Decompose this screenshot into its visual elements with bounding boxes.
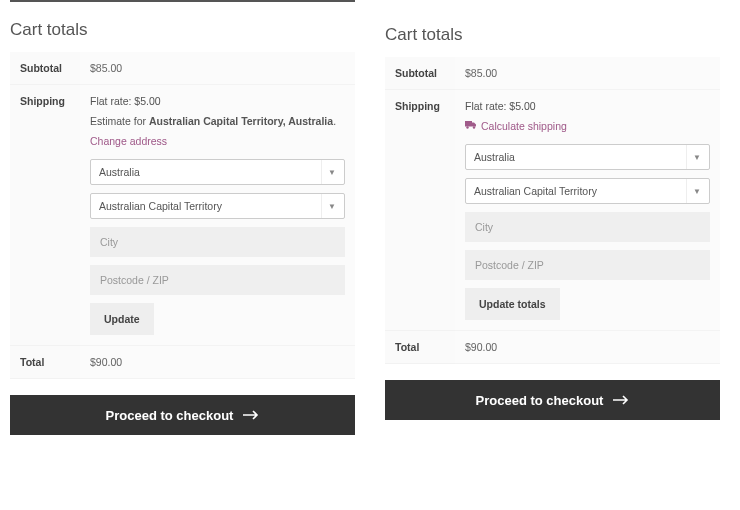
subtotal-row: Subtotal $85.00 (10, 52, 355, 85)
divider (10, 0, 355, 2)
shipping-label: Shipping (10, 85, 80, 346)
subtotal-value: $85.00 (455, 57, 720, 90)
cart-panel-left: Cart totals Subtotal $85.00 Shipping Fla… (10, 0, 355, 510)
subtotal-value: $85.00 (80, 52, 355, 85)
shipping-calculator-form: Australia ▼ Australian Capital Territory… (465, 144, 710, 320)
totals-table: Subtotal $85.00 Shipping Flat rate: $5.0… (10, 52, 355, 379)
city-input[interactable] (465, 212, 710, 242)
state-select[interactable]: Australian Capital Territory ▼ (90, 193, 345, 219)
cart-totals-heading: Cart totals (10, 20, 355, 40)
proceed-to-checkout-button[interactable]: Proceed to checkout (10, 395, 355, 435)
shipping-label: Shipping (385, 90, 455, 331)
total-row: Total $90.00 (10, 346, 355, 379)
subtotal-row: Subtotal $85.00 (385, 57, 720, 90)
flat-rate-text: Flat rate: $5.00 (465, 100, 710, 112)
truck-icon (465, 120, 477, 132)
arrow-right-icon (243, 408, 259, 423)
chevron-down-icon: ▼ (686, 179, 701, 203)
shipping-row: Shipping Flat rate: $5.00 Estimate for A… (10, 85, 355, 346)
estimate-text: Estimate for Australian Capital Territor… (90, 115, 345, 127)
subtotal-label: Subtotal (10, 52, 80, 85)
estimate-location: Australian Capital Territory, Australia (149, 115, 333, 127)
proceed-to-checkout-button[interactable]: Proceed to checkout (385, 380, 720, 420)
city-input[interactable] (90, 227, 345, 257)
postcode-input[interactable] (90, 265, 345, 295)
country-value: Australia (99, 166, 140, 178)
country-select[interactable]: Australia ▼ (90, 159, 345, 185)
flat-rate-text: Flat rate: $5.00 (90, 95, 345, 107)
change-address-link[interactable]: Change address (90, 135, 345, 147)
chevron-down-icon: ▼ (321, 194, 336, 218)
total-row: Total $90.00 (385, 331, 720, 364)
state-value: Australian Capital Territory (474, 185, 597, 197)
country-select[interactable]: Australia ▼ (465, 144, 710, 170)
shipping-calculator-form: Australia ▼ Australian Capital Territory… (90, 159, 345, 335)
svg-point-1 (473, 126, 475, 128)
cart-panel-right: Cart totals Subtotal $85.00 Shipping Fla… (385, 25, 720, 510)
shipping-row: Shipping Flat rate: $5.00 Calculate ship… (385, 90, 720, 331)
shipping-block: Flat rate: $5.00 Calculate shipping Aust… (465, 100, 710, 320)
chevron-down-icon: ▼ (321, 160, 336, 184)
state-value: Australian Capital Territory (99, 200, 222, 212)
svg-point-0 (466, 126, 468, 128)
update-totals-button[interactable]: Update totals (465, 288, 560, 320)
chevron-down-icon: ▼ (686, 145, 701, 169)
total-label: Total (10, 346, 80, 379)
country-value: Australia (474, 151, 515, 163)
cart-totals-heading: Cart totals (385, 25, 720, 45)
total-value: $90.00 (80, 346, 355, 379)
update-button[interactable]: Update (90, 303, 154, 335)
subtotal-label: Subtotal (385, 57, 455, 90)
calculate-shipping-link[interactable]: Calculate shipping (465, 120, 710, 132)
shipping-block: Flat rate: $5.00 Estimate for Australian… (90, 95, 345, 335)
total-label: Total (385, 331, 455, 364)
postcode-input[interactable] (465, 250, 710, 280)
total-value: $90.00 (455, 331, 720, 364)
state-select[interactable]: Australian Capital Territory ▼ (465, 178, 710, 204)
totals-table: Subtotal $85.00 Shipping Flat rate: $5.0… (385, 57, 720, 364)
arrow-right-icon (613, 393, 629, 408)
